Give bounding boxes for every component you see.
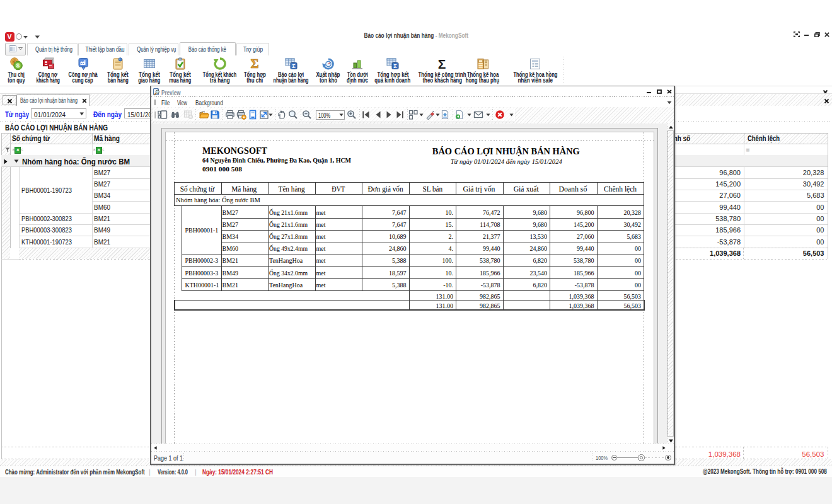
svg-text:$: $ <box>16 62 20 69</box>
svg-text:Σ: Σ <box>393 63 397 69</box>
svg-text:Σ: Σ <box>250 57 258 71</box>
svg-text:Σ: Σ <box>438 57 446 71</box>
svg-text:Σ: Σ <box>292 63 296 69</box>
